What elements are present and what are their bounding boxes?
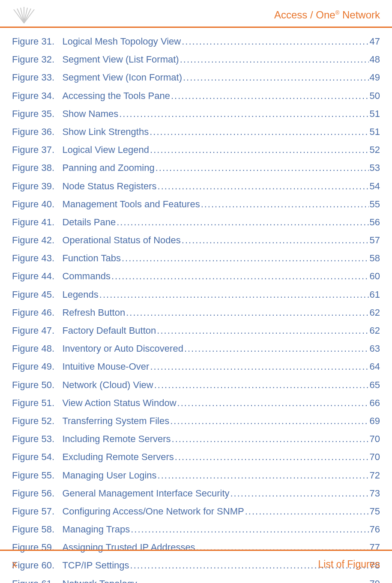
toc-entry-indent xyxy=(54,36,62,48)
toc-entry-label: Figure 56. xyxy=(12,487,54,500)
toc-entry-leader xyxy=(183,72,369,84)
toc-entry[interactable]: Figure 50. Network (Cloud) View65 xyxy=(12,379,380,392)
toc-entry-indent xyxy=(54,451,62,463)
toc-entry-label: Figure 43. xyxy=(12,252,54,265)
toc-entry-page: 47 xyxy=(370,36,380,48)
toc-entry-page: 79 xyxy=(370,578,380,583)
toc-entry-title: Logical View Legend xyxy=(62,144,149,156)
toc-entry-label: Figure 52. xyxy=(12,415,54,428)
toc-entry-indent xyxy=(54,578,62,583)
footer-section-title: List of Figures xyxy=(318,559,380,570)
toc-entry-title: Network Topology xyxy=(62,578,137,583)
toc-entry-label: Figure 37. xyxy=(12,144,54,156)
toc-entry[interactable]: Figure 47. Factory Default Button62 xyxy=(12,325,380,337)
page-header: Access / One® Network xyxy=(0,0,392,28)
toc-entry-leader xyxy=(150,126,368,138)
toc-entry-title: View Action Status Window xyxy=(62,397,176,410)
toc-entry-indent xyxy=(54,505,62,518)
toc-entry-label: Figure 31. xyxy=(12,36,54,48)
toc-entry-page: 70 xyxy=(370,451,380,463)
toc-entry-label: Figure 35. xyxy=(12,108,54,120)
toc-entry-label: Figure 34. xyxy=(12,90,54,102)
toc-entry[interactable]: Figure 38. Panning and Zooming53 xyxy=(12,162,380,174)
toc-entry-indent xyxy=(54,415,62,428)
toc-entry[interactable]: Figure 33. Segment View (Icon Format)49 xyxy=(12,72,380,84)
toc-entry-label: Figure 40. xyxy=(12,198,54,211)
toc-entry[interactable]: Figure 35. Show Names51 xyxy=(12,108,380,120)
toc-entry-indent xyxy=(54,289,62,301)
toc-entry-leader xyxy=(170,415,368,428)
registered-mark: ® xyxy=(335,9,340,16)
brand-logo-icon xyxy=(12,6,36,24)
toc-entry-label: Figure 53. xyxy=(12,433,54,445)
toc-entry-page: 53 xyxy=(370,162,380,174)
toc-entry-indent xyxy=(54,252,62,265)
toc-entry-indent xyxy=(54,307,62,319)
toc-entry[interactable]: Figure 34. Accessing the Tools Pane50 xyxy=(12,90,380,102)
toc-entry[interactable]: Figure 44. Commands60 xyxy=(12,270,380,283)
toc-entry-title: Panning and Zooming xyxy=(62,162,154,174)
toc-entry-page: 54 xyxy=(370,180,380,193)
toc-entry-label: Figure 44. xyxy=(12,270,54,283)
toc-entry-indent xyxy=(54,90,62,102)
toc-entry-title: Node Status Registers xyxy=(62,180,156,193)
toc-entry-leader xyxy=(119,108,368,120)
toc-entry[interactable]: Figure 32. Segment View (List Format)48 xyxy=(12,54,380,66)
toc-entry[interactable]: Figure 49. Intuitive Mouse-Over64 xyxy=(12,361,380,373)
toc-entry-title: Configuring Access/One Network for SNMP xyxy=(62,505,244,518)
toc-entry-page: 76 xyxy=(370,523,380,536)
toc-entry-leader xyxy=(175,451,369,463)
toc-entry[interactable]: Figure 43. Function Tabs58 xyxy=(12,252,380,265)
toc-entry-title: Operational Status of Nodes xyxy=(62,234,180,247)
toc-entry[interactable]: Figure 53. Including Remote Servers70 xyxy=(12,433,380,445)
toc-entry-leader xyxy=(177,397,369,410)
toc-entry-title: General Management Interface Security xyxy=(62,487,229,500)
toc-entry-label: Figure 55. xyxy=(12,469,54,482)
toc-entry-page: 51 xyxy=(370,108,380,120)
toc-entry[interactable]: Figure 42. Operational Status of Nodes57 xyxy=(12,234,380,247)
toc-entry[interactable]: Figure 48. Inventory or Auto Discovered6… xyxy=(12,343,380,355)
toc-entry-leader xyxy=(245,505,369,518)
toc-entry[interactable]: Figure 55. Managing User Logins72 xyxy=(12,469,380,482)
toc-entry[interactable]: Figure 41. Details Pane56 xyxy=(12,216,380,229)
toc-entry[interactable]: Figure 46. Refresh Button62 xyxy=(12,307,380,319)
toc-entry-label: Figure 48. xyxy=(12,343,54,355)
toc-entry[interactable]: Figure 45. Legends61 xyxy=(12,289,380,301)
toc-entry[interactable]: Figure 56. General Management Interface … xyxy=(12,487,380,500)
toc-entry-leader xyxy=(180,54,369,66)
toc-entry[interactable]: Figure 58. Managing Traps76 xyxy=(12,523,380,536)
toc-entry-page: 62 xyxy=(370,325,380,337)
toc-entry[interactable]: Figure 51. View Action Status Window66 xyxy=(12,397,380,410)
toc-entry-title: Show Names xyxy=(62,108,118,120)
toc-entry-label: Figure 41. xyxy=(12,216,54,229)
toc-entry[interactable]: Figure 52. Transferring System Files69 xyxy=(12,415,380,428)
toc-entry[interactable]: Figure 61. Network Topology79 xyxy=(12,578,380,583)
toc-entry-indent xyxy=(54,433,62,445)
toc-entry-leader xyxy=(172,433,369,445)
toc-entry-title: Factory Default Button xyxy=(62,325,156,337)
toc-entry-title: Logical Mesh Topology View xyxy=(62,36,181,48)
toc-entry[interactable]: Figure 37. Logical View Legend52 xyxy=(12,144,380,156)
toc-entry-leader xyxy=(157,325,368,337)
toc-entry-page: 51 xyxy=(370,126,380,138)
toc-entry[interactable]: Figure 39. Node Status Registers54 xyxy=(12,180,380,193)
toc-entry-label: Figure 47. xyxy=(12,325,54,337)
toc-entry-label: Figure 46. xyxy=(12,307,54,319)
toc-entry-page: 49 xyxy=(370,72,380,84)
toc-entry-label: Figure 57. xyxy=(12,505,54,518)
toc-entry-title: Accessing the Tools Pane xyxy=(62,90,170,102)
toc-entry-page: 50 xyxy=(370,90,380,102)
toc-entry-indent xyxy=(54,487,62,500)
toc-entry-page: 57 xyxy=(370,234,380,247)
toc-entry-indent xyxy=(54,325,62,337)
toc-entry[interactable]: Figure 31. Logical Mesh Topology View47 xyxy=(12,36,380,48)
toc-entry-page: 75 xyxy=(370,505,380,518)
toc-entry[interactable]: Figure 54. Excluding Remote Servers70 xyxy=(12,451,380,463)
toc-entry-title: Show Link Strengths xyxy=(62,126,149,138)
toc-entry-leader xyxy=(138,578,369,583)
toc-entry-label: Figure 58. xyxy=(12,523,54,536)
toc-entry[interactable]: Figure 57. Configuring Access/One Networ… xyxy=(12,505,380,518)
toc-entry[interactable]: Figure 36. Show Link Strengths51 xyxy=(12,126,380,138)
toc-entry[interactable]: Figure 40. Management Tools and Features… xyxy=(12,198,380,211)
toc-entry-leader xyxy=(171,90,369,102)
